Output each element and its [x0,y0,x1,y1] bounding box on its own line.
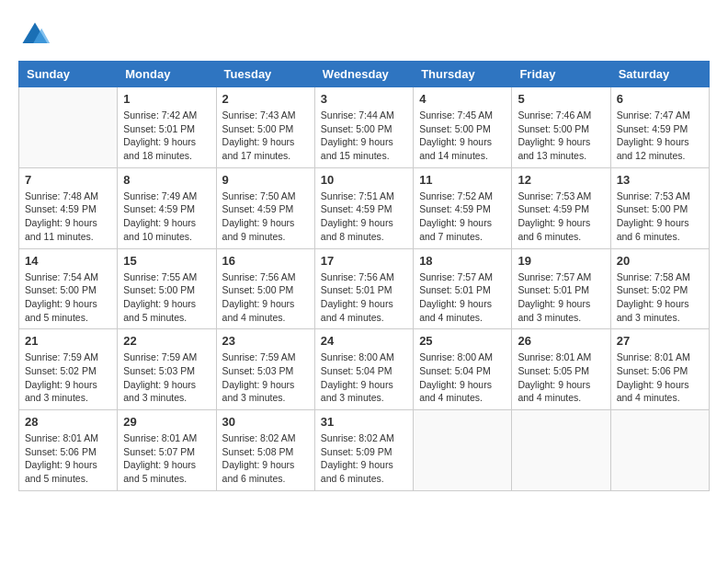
day-number: 23 [222,334,309,348]
day-cell: 18Sunrise: 7:57 AM Sunset: 5:01 PM Dayli… [414,248,512,329]
day-cell: 16Sunrise: 7:56 AM Sunset: 5:00 PM Dayli… [216,248,314,329]
day-number: 5 [518,92,604,106]
page-header [18,18,710,52]
day-cell: 10Sunrise: 7:51 AM Sunset: 4:59 PM Dayli… [314,167,413,248]
day-detail: Sunrise: 7:57 AM Sunset: 5:01 PM Dayligh… [419,270,506,325]
day-cell: 7Sunrise: 7:48 AM Sunset: 4:59 PM Daylig… [19,167,118,248]
logo-icon [18,18,51,52]
day-detail: Sunrise: 8:01 AM Sunset: 5:06 PM Dayligh… [25,431,111,486]
day-cell: 4Sunrise: 7:45 AM Sunset: 5:00 PM Daylig… [414,87,512,168]
day-cell: 6Sunrise: 7:47 AM Sunset: 4:59 PM Daylig… [610,87,709,168]
week-row-4: 21Sunrise: 7:59 AM Sunset: 5:02 PM Dayli… [19,329,710,410]
week-row-5: 28Sunrise: 8:01 AM Sunset: 5:06 PM Dayli… [19,410,710,491]
week-row-2: 7Sunrise: 7:48 AM Sunset: 4:59 PM Daylig… [19,167,710,248]
day-number: 28 [25,415,111,429]
day-detail: Sunrise: 7:59 AM Sunset: 5:02 PM Dayligh… [25,350,111,405]
day-cell: 3Sunrise: 7:44 AM Sunset: 5:00 PM Daylig… [314,87,413,168]
day-detail: Sunrise: 7:58 AM Sunset: 5:02 PM Dayligh… [617,270,703,325]
day-cell: 2Sunrise: 7:43 AM Sunset: 5:00 PM Daylig… [216,87,314,168]
day-number: 7 [25,173,111,187]
day-number: 30 [222,415,309,429]
header-cell-wednesday: Wednesday [314,62,413,87]
day-cell: 19Sunrise: 7:57 AM Sunset: 5:01 PM Dayli… [512,248,610,329]
day-cell: 9Sunrise: 7:50 AM Sunset: 4:59 PM Daylig… [216,167,314,248]
day-number: 29 [123,415,210,429]
day-cell: 8Sunrise: 7:49 AM Sunset: 4:59 PM Daylig… [118,167,216,248]
header-cell-sunday: Sunday [19,62,118,87]
day-cell [512,410,610,491]
day-detail: Sunrise: 7:56 AM Sunset: 5:00 PM Dayligh… [222,270,309,325]
day-detail: Sunrise: 7:45 AM Sunset: 5:00 PM Dayligh… [419,109,506,163]
calendar-body: 1Sunrise: 7:42 AM Sunset: 5:01 PM Daylig… [19,87,710,491]
day-number: 27 [617,334,703,348]
header-row: SundayMondayTuesdayWednesdayThursdayFrid… [19,62,710,87]
day-detail: Sunrise: 7:59 AM Sunset: 5:03 PM Dayligh… [222,350,309,405]
day-cell: 31Sunrise: 8:02 AM Sunset: 5:09 PM Dayli… [314,410,413,491]
day-detail: Sunrise: 7:47 AM Sunset: 4:59 PM Dayligh… [617,109,703,163]
day-number: 13 [617,173,703,187]
day-number: 4 [419,92,506,106]
day-cell: 13Sunrise: 7:53 AM Sunset: 5:00 PM Dayli… [610,167,709,248]
day-number: 9 [222,173,309,187]
day-cell: 28Sunrise: 8:01 AM Sunset: 5:06 PM Dayli… [19,410,118,491]
day-cell: 24Sunrise: 8:00 AM Sunset: 5:04 PM Dayli… [314,329,413,410]
day-cell: 22Sunrise: 7:59 AM Sunset: 5:03 PM Dayli… [118,329,216,410]
day-cell [610,410,709,491]
header-cell-thursday: Thursday [414,62,512,87]
day-cell: 23Sunrise: 7:59 AM Sunset: 5:03 PM Dayli… [216,329,314,410]
day-cell: 17Sunrise: 7:56 AM Sunset: 5:01 PM Dayli… [314,248,413,329]
logo [18,18,57,52]
day-detail: Sunrise: 7:56 AM Sunset: 5:01 PM Dayligh… [321,270,407,325]
week-row-1: 1Sunrise: 7:42 AM Sunset: 5:01 PM Daylig… [19,87,710,168]
day-number: 8 [123,173,210,187]
day-detail: Sunrise: 7:57 AM Sunset: 5:01 PM Dayligh… [518,270,604,325]
day-number: 20 [617,254,703,268]
day-number: 31 [321,415,407,429]
day-number: 10 [321,173,407,187]
day-number: 19 [518,254,604,268]
day-detail: Sunrise: 7:54 AM Sunset: 5:00 PM Dayligh… [25,270,111,325]
day-detail: Sunrise: 7:51 AM Sunset: 4:59 PM Dayligh… [321,190,407,244]
day-cell: 25Sunrise: 8:00 AM Sunset: 5:04 PM Dayli… [414,329,512,410]
day-detail: Sunrise: 7:46 AM Sunset: 5:00 PM Dayligh… [518,109,604,163]
day-number: 22 [123,334,210,348]
day-cell: 21Sunrise: 7:59 AM Sunset: 5:02 PM Dayli… [19,329,118,410]
day-detail: Sunrise: 7:50 AM Sunset: 4:59 PM Dayligh… [222,190,309,244]
day-number: 2 [222,92,309,106]
calendar-table: SundayMondayTuesdayWednesdayThursdayFrid… [18,61,710,491]
day-number: 14 [25,254,111,268]
day-number: 25 [419,334,506,348]
day-detail: Sunrise: 7:43 AM Sunset: 5:00 PM Dayligh… [222,109,309,163]
day-cell: 26Sunrise: 8:01 AM Sunset: 5:05 PM Dayli… [512,329,610,410]
header-cell-saturday: Saturday [610,62,709,87]
day-number: 11 [419,173,506,187]
day-number: 17 [321,254,407,268]
day-cell: 11Sunrise: 7:52 AM Sunset: 4:59 PM Dayli… [414,167,512,248]
day-cell: 30Sunrise: 8:02 AM Sunset: 5:08 PM Dayli… [216,410,314,491]
day-detail: Sunrise: 8:01 AM Sunset: 5:07 PM Dayligh… [123,431,210,486]
day-detail: Sunrise: 8:02 AM Sunset: 5:09 PM Dayligh… [321,431,407,486]
day-number: 1 [123,92,210,106]
day-cell [19,87,118,168]
day-detail: Sunrise: 8:01 AM Sunset: 5:05 PM Dayligh… [518,350,604,405]
day-number: 26 [518,334,604,348]
day-number: 18 [419,254,506,268]
day-detail: Sunrise: 8:00 AM Sunset: 5:04 PM Dayligh… [321,350,407,405]
day-number: 24 [321,334,407,348]
day-number: 3 [321,92,407,106]
week-row-3: 14Sunrise: 7:54 AM Sunset: 5:00 PM Dayli… [19,248,710,329]
day-detail: Sunrise: 7:53 AM Sunset: 4:59 PM Dayligh… [518,190,604,244]
day-detail: Sunrise: 7:59 AM Sunset: 5:03 PM Dayligh… [123,350,210,405]
day-detail: Sunrise: 7:49 AM Sunset: 4:59 PM Dayligh… [123,190,210,244]
day-number: 21 [25,334,111,348]
day-number: 15 [123,254,210,268]
day-cell: 20Sunrise: 7:58 AM Sunset: 5:02 PM Dayli… [610,248,709,329]
day-cell [414,410,512,491]
day-number: 16 [222,254,309,268]
day-cell: 5Sunrise: 7:46 AM Sunset: 5:00 PM Daylig… [512,87,610,168]
day-number: 6 [617,92,703,106]
day-cell: 1Sunrise: 7:42 AM Sunset: 5:01 PM Daylig… [118,87,216,168]
day-detail: Sunrise: 7:44 AM Sunset: 5:00 PM Dayligh… [321,109,407,163]
calendar-header: SundayMondayTuesdayWednesdayThursdayFrid… [19,62,710,87]
day-number: 12 [518,173,604,187]
